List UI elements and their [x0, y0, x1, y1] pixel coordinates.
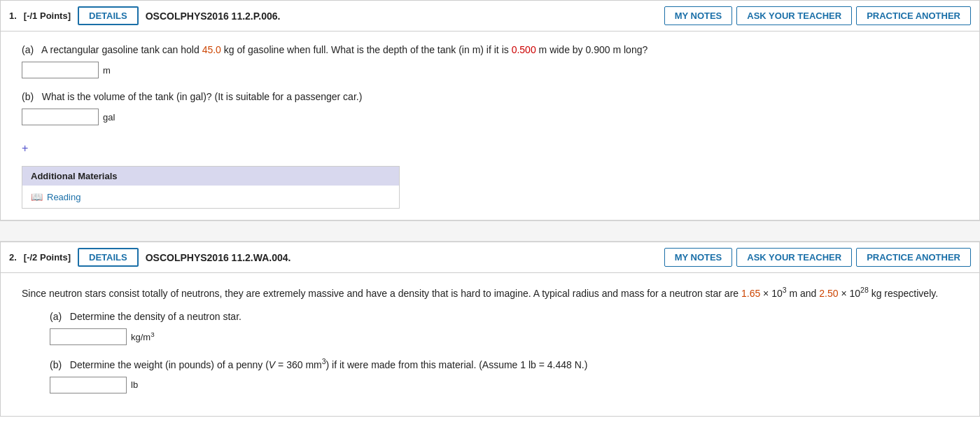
q1-part-b-question: What is the volume of the tank (in gal)?… — [42, 91, 363, 102]
question-1-header: 1. [-/1 Points] DETAILS OSCOLPHYS2016 11… — [1, 1, 979, 32]
q1-plus[interactable]: + — [22, 142, 28, 155]
q2-part-b-unit: lb — [131, 379, 138, 390]
q2-intro-text: Since neutron stars consist totally of n… — [22, 284, 965, 301]
book-icon: 📖 — [31, 191, 43, 202]
q2-part-b-text: (b) Determine the weight (in pounds) of … — [50, 356, 965, 372]
q2-details-button[interactable]: DETAILS — [78, 248, 139, 267]
q2-value2: 2.50 — [819, 288, 838, 299]
q2-part-a: (a) Determine the density of a neutron s… — [50, 309, 965, 345]
q1-part-a-input[interactable] — [22, 62, 99, 78]
q2-part-b-label: (b) — [50, 359, 62, 370]
question-2-header-left: 2. [-/2 Points] DETAILS OSCOLPHYS2016 11… — [9, 248, 657, 267]
q2-code: OSCOLPHYS2016 11.2.WA.004. — [146, 252, 291, 263]
q2-ask-teacher-button[interactable]: ASK YOUR TEACHER — [736, 248, 852, 267]
q1-part-b-input-row: gal — [22, 109, 965, 125]
q2-part-a-input[interactable] — [50, 328, 127, 345]
q1-practice-button[interactable]: PRACTICE ANOTHER — [856, 6, 971, 25]
question-2-block: 2. [-/2 Points] DETAILS OSCOLPHYS2016 11… — [0, 242, 980, 417]
q2-part-b-input-row: lb — [50, 377, 965, 393]
question-2-body: Since neutron stars consist totally of n… — [1, 273, 979, 416]
q1-part-b-input[interactable] — [22, 109, 99, 125]
q2-text-end: kg respectively. — [869, 288, 938, 299]
q1-ask-teacher-button[interactable]: ASK YOUR TEACHER — [736, 6, 852, 25]
q1-part-a-text-mid1: kg of gasoline when full. What is the de… — [221, 44, 512, 55]
q1-part-a-text-mid2: m wide by 0.900 m long? — [536, 44, 648, 55]
q1-part-b-label: (b) — [22, 91, 34, 102]
q1-details-button[interactable]: DETAILS — [78, 6, 139, 25]
q2-part-b-text-after: ) if it were made from this material. (A… — [326, 359, 588, 370]
q2-part-a-label: (a) — [50, 311, 62, 322]
q1-part-a-unit: m — [103, 65, 111, 76]
q2-times2: × 10 — [839, 288, 861, 299]
q1-additional-materials: Additional Materials 📖 Reading — [22, 166, 400, 209]
q2-part-a-input-row: kg/m3 — [50, 328, 965, 345]
q1-code: OSCOLPHYS2016 11.2.P.006. — [146, 11, 281, 22]
q1-reading-label: Reading — [47, 192, 80, 202]
q1-part-a-input-row: m — [22, 62, 965, 78]
q2-part-a-text: (a) Determine the density of a neutron s… — [50, 309, 965, 324]
q2-part-a-unit: kg/m3 — [131, 330, 155, 342]
q2-intro-text1: Since neutron stars consist totally of n… — [22, 288, 741, 299]
q2-text-mid: m and — [787, 288, 820, 299]
question-1-body: (a) A rectangular gasoline tank can hold… — [1, 32, 979, 220]
q2-exp2: 28 — [860, 286, 869, 294]
question-1-block: 1. [-/1 Points] DETAILS OSCOLPHYS2016 11… — [0, 0, 980, 221]
q1-additional-materials-header: Additional Materials — [22, 167, 399, 186]
q2-my-notes-button[interactable]: MY NOTES — [664, 248, 733, 267]
question-2-header: 2. [-/2 Points] DETAILS OSCOLPHYS2016 11… — [1, 242, 979, 273]
question-2-header-right: MY NOTES ASK YOUR TEACHER PRACTICE ANOTH… — [664, 248, 971, 267]
q2-part-a-question: Determine the density of a neutron star. — [70, 311, 241, 322]
q1-additional-materials-body: 📖 Reading — [22, 186, 399, 208]
q2-part-b-text-eq: = 360 mm — [275, 359, 322, 370]
q1-points: [-/1 Points] — [24, 11, 71, 21]
q1-part-a-text: (a) A rectangular gasoline tank can hold… — [22, 43, 965, 57]
q2-points: [-/2 Points] — [24, 252, 71, 263]
q1-part-b-text: (b) What is the volume of the tank (in g… — [22, 90, 965, 104]
q1-part-a-label: (a) — [22, 44, 34, 55]
question-1-header-left: 1. [-/1 Points] DETAILS OSCOLPHYS2016 11… — [9, 6, 657, 25]
question-separator — [0, 221, 980, 242]
q1-part-a-value2: 0.500 — [512, 44, 536, 55]
q2-times1: × 10 — [760, 288, 783, 299]
q1-part-b-unit: gal — [103, 112, 115, 123]
q1-number: 1. — [9, 11, 17, 21]
q1-reading-link[interactable]: 📖 Reading — [31, 191, 391, 202]
q1-part-a: (a) A rectangular gasoline tank can hold… — [22, 43, 965, 78]
q2-part-b-input[interactable] — [50, 377, 127, 393]
q1-part-a-text-before: A rectangular gasoline tank can hold — [41, 44, 202, 55]
q1-part-a-value1: 45.0 — [202, 44, 221, 55]
q1-my-notes-button[interactable]: MY NOTES — [664, 6, 733, 25]
question-1-header-right: MY NOTES ASK YOUR TEACHER PRACTICE ANOTH… — [664, 6, 971, 25]
q2-value1: 1.65 — [741, 288, 760, 299]
q2-practice-button[interactable]: PRACTICE ANOTHER — [856, 248, 971, 267]
q2-number: 2. — [9, 252, 17, 263]
q2-part-b: (b) Determine the weight (in pounds) of … — [50, 356, 965, 393]
q1-part-b: (b) What is the volume of the tank (in g… — [22, 90, 965, 125]
q2-part-b-text-before: Determine the weight (in pounds) of a pe… — [70, 359, 269, 370]
q2-part-b-italic-v: V — [269, 359, 275, 370]
